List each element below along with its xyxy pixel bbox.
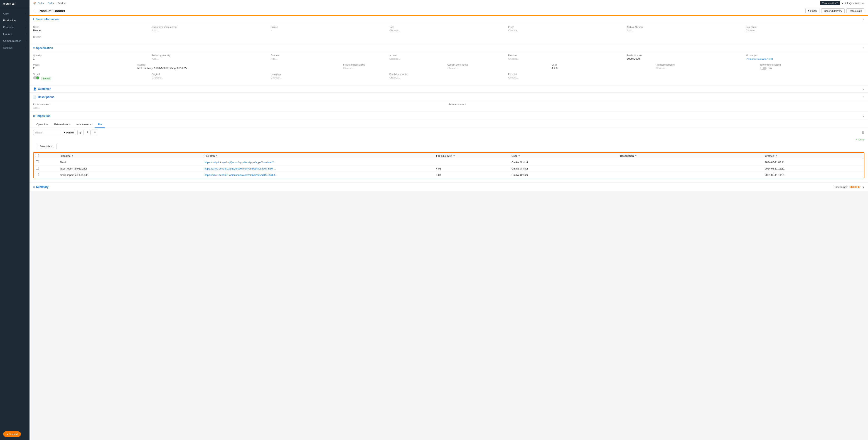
sidebar-item-communication[interactable]: Communication › <box>0 37 30 44</box>
th-filesize: File size (MB) ▼ <box>434 153 509 159</box>
filesize-filter-icon[interactable]: ▼ <box>453 155 455 157</box>
overrun-value[interactable]: Add... <box>271 57 387 60</box>
breadcrumb-order2[interactable]: Order <box>48 2 54 4</box>
field-source: Source • <box>271 26 390 34</box>
material-value: MPI Printvinyl 1600x50000, 250g, 0716327 <box>137 67 340 69</box>
summary-icon: ≡ <box>33 185 35 189</box>
work-object-link[interactable]: ↗ Canon Colorado 1650 <box>746 57 862 60</box>
filename-filter-icon[interactable]: ▼ <box>71 155 74 157</box>
tab-external-work[interactable]: External work <box>51 122 73 128</box>
sidebar-item-settings[interactable]: Settings › <box>0 44 30 51</box>
filepath-filter-icon[interactable]: ▼ <box>216 155 218 157</box>
spec-collapse-icon[interactable]: ∧ <box>863 47 864 50</box>
following-quantity-value[interactable]: Add... <box>152 57 268 60</box>
imposition-header[interactable]: ⊞ Imposition ∨ <box>30 112 868 120</box>
header-actions: ▾ Status Inbound delivery Recalculate <box>805 8 864 13</box>
sidebar-item-production[interactable]: Production › <box>0 17 30 24</box>
table-row: mask_report_240511.pdf https://s3.eu-cen… <box>34 172 864 178</box>
sorted-toggle[interactable] <box>33 76 39 80</box>
back-button[interactable]: ← <box>33 9 36 13</box>
public-comment-value[interactable]: Add... <box>33 106 449 109</box>
field-private-comment: Private comment <box>449 103 865 109</box>
tab-article-needs[interactable]: Article needs <box>73 122 94 128</box>
cost-center-value[interactable]: Choose... <box>746 29 862 32</box>
sidebar-item-finance[interactable]: Finance › <box>0 31 30 37</box>
custom-sheet-value[interactable]: Choose... <box>447 67 549 69</box>
sidebar-item-purchase[interactable]: Purchase › <box>0 24 30 31</box>
customer-toggle-icon[interactable]: ∨ <box>863 88 864 91</box>
info-icon: ℹ <box>33 18 34 21</box>
parallel-production-value[interactable]: Choose... <box>390 76 505 79</box>
field-following-quantity: Following quantity Add... <box>152 54 271 62</box>
chevron-down-icon: ▾ <box>836 2 838 4</box>
customers-article-value[interactable]: Add... <box>152 29 268 32</box>
page-title: Product: Banner <box>38 9 65 13</box>
select-files-button[interactable]: Select files... <box>37 144 57 149</box>
add-file-btn[interactable]: ＋ <box>92 130 98 135</box>
field-overrun: Overrun Add... <box>271 54 390 62</box>
user-filter-icon[interactable]: ▼ <box>518 155 520 157</box>
support-button[interactable]: ● Support <box>3 431 21 437</box>
field-work-object: Work object ↗ Canon Colorado 1650 <box>746 54 864 62</box>
trash-icon[interactable]: 🗑 <box>861 131 864 134</box>
price-list-value[interactable]: Choose... <box>508 76 624 79</box>
ignore-fiber-toggle[interactable] <box>760 67 767 70</box>
tags-value[interactable]: Choose... <box>390 29 505 32</box>
row1-filepath-link[interactable]: https://s3.eu-central-1.amazonaws.com/om… <box>205 167 276 170</box>
archive-number-value[interactable]: Add... <box>627 29 743 32</box>
summary-title-text: Summary <box>36 185 49 189</box>
row0-filepath-link[interactable]: https://omiprint.myshopify.com/apps/kesi… <box>205 161 276 164</box>
period-selector[interactable]: Two months ▾ <box>820 1 840 5</box>
tab-file[interactable]: File <box>95 122 105 128</box>
descriptions-header[interactable]: 📄 Descriptions ∧ <box>30 93 868 101</box>
inbound-delivery-button[interactable]: Inbound delivery <box>821 8 845 13</box>
specification-header[interactable]: ≡ Specification ∧ <box>30 44 868 52</box>
field-tags: Tags Choose... <box>390 26 508 34</box>
status-button[interactable]: ▾ Status <box>805 8 819 13</box>
original-value[interactable]: Choose... <box>152 76 268 79</box>
lining-type-value[interactable]: Choose... <box>271 76 387 79</box>
row1-checkbox[interactable] <box>36 167 39 170</box>
desc-filter-icon[interactable]: ▼ <box>635 155 637 157</box>
row1-filesize: 4.02 <box>434 165 509 172</box>
field-lining-type: Lining type Choose... <box>271 73 390 82</box>
summary-expand-icon[interactable]: ∨ <box>862 185 864 189</box>
row2-filepath-link[interactable]: https://s3.eu-central-1.amazonaws.com/om… <box>205 174 277 176</box>
main-area: 🏠 Order › Order › Product Two months ▾ ›… <box>30 0 868 440</box>
file-table-container: Filename ▼ File path ▼ <box>33 152 864 178</box>
th-filepath: File path ▼ <box>202 153 434 159</box>
recalculate-button[interactable]: Recalculate <box>846 8 864 13</box>
finished-goods-value[interactable]: Choose... <box>343 67 444 69</box>
breadcrumb-order1[interactable]: Order <box>38 2 44 4</box>
default-dropdown[interactable]: ▾ Default <box>62 130 76 135</box>
sidebar-support: ● Support <box>0 428 30 440</box>
spec-icon: ≡ <box>33 46 35 50</box>
created-filter-icon[interactable]: ▼ <box>775 155 777 157</box>
product-orientation-value[interactable]: Choose... <box>656 67 757 69</box>
done-button[interactable]: ✓ Done <box>856 138 864 141</box>
select-all-checkbox[interactable] <box>36 154 39 157</box>
summary-bar: ≡ Summary Price to pay 113,00 kr ∨ <box>30 183 868 191</box>
breadcrumb: 🏠 Order › Order › Product <box>33 2 66 4</box>
tab-operation[interactable]: Operation <box>33 122 51 128</box>
row2-checkbox[interactable] <box>36 173 39 176</box>
customer-header[interactable]: 👤 Customer ∨ <box>30 86 868 93</box>
download-file-btn[interactable]: ⬇ <box>85 130 91 135</box>
account-value[interactable]: Choose... <box>390 57 505 60</box>
section-collapse-icon[interactable]: ∧ <box>863 18 864 21</box>
desc-collapse-icon[interactable]: ∧ <box>863 96 864 99</box>
user-email: info@omikai.com <box>845 2 864 4</box>
row0-user: Omikai Omikai <box>509 159 618 165</box>
search-input[interactable] <box>33 130 60 135</box>
chevron-down-icon: ▾ <box>64 131 65 134</box>
row0-checkbox[interactable] <box>36 160 39 163</box>
imposition-collapse-icon[interactable]: ∨ <box>863 115 864 118</box>
proof-value[interactable]: Choose... <box>508 29 624 32</box>
basic-information-section: ℹ Basic information ∧ Name Banner Custom… <box>30 15 868 43</box>
delete-file-btn[interactable]: 🗑 <box>78 130 84 135</box>
flat-size-value[interactable]: Choose... <box>508 57 624 60</box>
basic-info-header[interactable]: ℹ Basic information ∧ <box>30 15 868 23</box>
spec-row3: Sorted Sorted Original Choose... Lining … <box>30 72 868 85</box>
breadcrumb-current: Product <box>58 2 66 4</box>
sidebar-item-crm[interactable]: CRM › <box>0 10 30 17</box>
